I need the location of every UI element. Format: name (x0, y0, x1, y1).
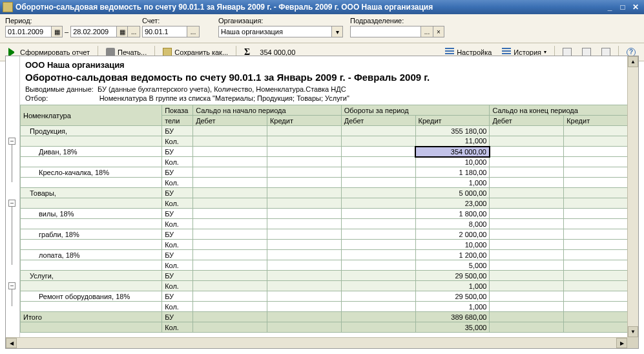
cell-turn-credit[interactable]: 29 500,00 (415, 271, 490, 281)
col-open-debit[interactable]: Дебет (193, 116, 267, 126)
horizontal-scrollbar[interactable]: ◀ ▶ (6, 337, 627, 348)
cell-open-credit[interactable] (267, 147, 341, 157)
cell-indicator[interactable]: Кол. (162, 260, 193, 271)
cell-open-credit[interactable] (267, 250, 341, 260)
tree-collapse-handle[interactable]: – (8, 138, 16, 145)
table-row[interactable]: Кол.10,000 (21, 240, 638, 250)
cell-close-debit[interactable] (490, 178, 564, 188)
date-to-input[interactable] (70, 26, 117, 37)
report-grid[interactable]: Номенклатура Показа Сальдо на начало пер… (20, 105, 638, 333)
table-row[interactable]: Кол.5,000 (21, 260, 638, 271)
cell-name[interactable] (21, 281, 162, 291)
account-input[interactable] (142, 26, 187, 37)
cell-indicator[interactable]: БУ (162, 312, 193, 322)
cell-indicator[interactable]: Кол. (162, 136, 193, 147)
table-row[interactable]: Кол.8,000 (21, 219, 638, 229)
cell-open-credit[interactable] (267, 240, 341, 250)
cell-name[interactable] (21, 136, 162, 147)
cell-indicator[interactable]: БУ (162, 147, 193, 157)
cell-name[interactable]: Продукция, (21, 126, 162, 136)
cell-open-credit[interactable] (267, 188, 341, 198)
cell-turn-debit[interactable] (341, 136, 415, 147)
cell-close-debit[interactable] (490, 157, 564, 167)
subdiv-select-button[interactable]: ... (421, 26, 433, 37)
cell-open-credit[interactable] (267, 198, 341, 209)
cell-indicator[interactable]: БУ (162, 126, 193, 136)
cell-open-debit[interactable] (193, 167, 267, 178)
cell-open-debit[interactable] (193, 188, 267, 198)
cell-indicator[interactable]: БУ (162, 167, 193, 178)
cell-turn-credit[interactable]: 355 180,00 (415, 126, 490, 136)
cell-open-debit[interactable] (193, 312, 267, 322)
col-open-credit[interactable]: Кредит (267, 116, 341, 126)
cell-open-debit[interactable] (193, 147, 267, 157)
cell-turn-credit[interactable]: 1,000 (415, 178, 490, 188)
cell-indicator[interactable]: Кол. (162, 219, 193, 229)
calendar-from-button[interactable]: ▦ (51, 26, 63, 37)
cell-name[interactable] (21, 322, 162, 333)
cell-open-credit[interactable] (267, 219, 341, 229)
org-input[interactable] (218, 26, 332, 37)
cell-open-credit[interactable] (267, 302, 341, 312)
table-row[interactable]: Кол.1,000 (21, 281, 638, 291)
cell-turn-debit[interactable] (341, 281, 415, 291)
cell-turn-credit[interactable]: 29 500,00 (415, 291, 490, 302)
cell-name[interactable] (21, 219, 162, 229)
minimize-button[interactable]: _ (604, 2, 616, 12)
cell-open-credit[interactable] (267, 322, 341, 333)
cell-open-debit[interactable] (193, 178, 267, 188)
cell-indicator[interactable]: БУ (162, 229, 193, 240)
cell-close-debit[interactable] (490, 229, 564, 240)
tree-collapse-handle[interactable]: – (8, 282, 16, 289)
table-row[interactable]: ИтогоБУ389 680,00 (21, 312, 638, 322)
scroll-down-button[interactable]: ▼ (628, 326, 638, 337)
cell-close-debit[interactable] (490, 281, 564, 291)
cell-name[interactable]: Ремонт оборудования, 18% (21, 291, 162, 302)
cell-open-credit[interactable] (267, 157, 341, 167)
cell-indicator[interactable]: БУ (162, 271, 193, 281)
cell-close-debit[interactable] (490, 302, 564, 312)
col-nomenclature[interactable]: Номенклатура (21, 105, 162, 126)
cell-open-credit[interactable] (267, 291, 341, 302)
table-row[interactable]: Товары,БУ5 000,00 (21, 188, 638, 198)
cell-name[interactable]: грабли, 18% (21, 229, 162, 240)
cell-indicator[interactable]: БУ (162, 188, 193, 198)
org-dropdown-button[interactable]: ▾ (331, 26, 343, 37)
period-select-button[interactable]: ... (127, 26, 140, 37)
cell-name[interactable]: Кресло-качалка, 18% (21, 167, 162, 178)
cell-turn-debit[interactable] (341, 178, 415, 188)
col-turnover[interactable]: Обороты за период (341, 105, 490, 116)
cell-open-debit[interactable] (193, 219, 267, 229)
cell-name[interactable] (21, 178, 162, 188)
cell-open-credit[interactable] (267, 178, 341, 188)
cell-close-debit[interactable] (490, 198, 564, 209)
cell-close-debit[interactable] (490, 260, 564, 271)
table-row[interactable]: Диван, 18%БУ354 000,00 (21, 147, 638, 157)
col-opening[interactable]: Сальдо на начало периода (193, 105, 342, 116)
cell-name[interactable] (21, 260, 162, 271)
cell-turn-credit[interactable]: 389 680,00 (415, 312, 490, 322)
cell-open-debit[interactable] (193, 126, 267, 136)
cell-turn-debit[interactable] (341, 260, 415, 271)
cell-name[interactable]: Товары, (21, 188, 162, 198)
cell-open-credit[interactable] (267, 209, 341, 219)
cell-close-debit[interactable] (490, 136, 564, 147)
col-turn-debit[interactable]: Дебет (341, 116, 415, 126)
cell-name[interactable] (21, 240, 162, 250)
cell-indicator[interactable]: Кол. (162, 240, 193, 250)
cell-turn-debit[interactable] (341, 209, 415, 219)
cell-turn-credit[interactable]: 1 800,00 (415, 209, 490, 219)
table-row[interactable]: Ремонт оборудования, 18%БУ29 500,00 (21, 291, 638, 302)
cell-close-debit[interactable] (490, 322, 564, 333)
tree-collapse-handle[interactable]: – (8, 200, 16, 207)
cell-indicator[interactable]: Кол. (162, 178, 193, 188)
cell-name[interactable] (21, 157, 162, 167)
cell-open-debit[interactable] (193, 322, 267, 333)
cell-turn-credit[interactable]: 23,000 (415, 198, 490, 209)
cell-turn-credit[interactable]: 5,000 (415, 260, 490, 271)
cell-name[interactable] (21, 198, 162, 209)
cell-open-debit[interactable] (193, 136, 267, 147)
cell-turn-debit[interactable] (341, 302, 415, 312)
cell-open-credit[interactable] (267, 167, 341, 178)
cell-close-debit[interactable] (490, 291, 564, 302)
